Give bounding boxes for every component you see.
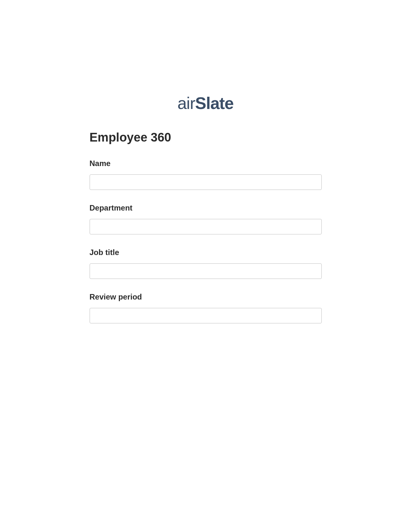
- department-label: Department: [90, 203, 322, 212]
- page-container: airSlate Employee 360 Name Department Jo…: [0, 0, 411, 337]
- review-period-input[interactable]: [90, 308, 322, 323]
- name-input[interactable]: [90, 174, 322, 190]
- field-department: Department: [90, 203, 322, 234]
- job-title-input[interactable]: [90, 263, 322, 279]
- logo-prefix: air: [177, 94, 195, 113]
- department-input[interactable]: [90, 219, 322, 234]
- logo: airSlate: [177, 94, 233, 113]
- logo-suffix: Slate: [195, 94, 233, 113]
- form: Employee 360 Name Department Job title R…: [44, 131, 367, 337]
- field-name: Name: [90, 159, 322, 190]
- form-title: Employee 360: [90, 131, 322, 144]
- job-title-label: Job title: [90, 248, 322, 257]
- name-label: Name: [90, 159, 322, 168]
- field-job-title: Job title: [90, 248, 322, 279]
- review-period-label: Review period: [90, 292, 322, 301]
- field-review-period: Review period: [90, 292, 322, 323]
